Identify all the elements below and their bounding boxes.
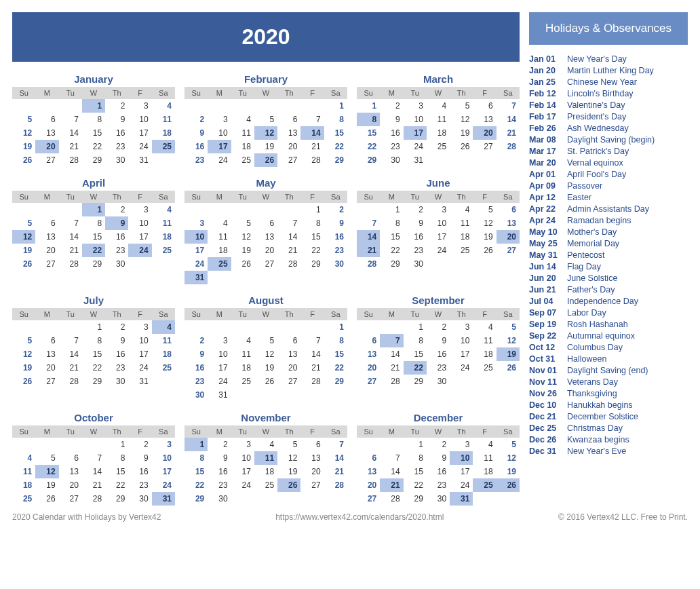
day-cell: 4 — [231, 334, 254, 347]
day-cell: 24 — [152, 478, 175, 492]
holiday-date: Nov 01 — [529, 366, 562, 375]
day-cell: 26 — [231, 257, 254, 271]
holiday-row: Jun 21Father's Day — [529, 284, 688, 295]
day-cell: 14 — [324, 451, 347, 465]
day-cell: 24 — [450, 478, 473, 492]
day-cell — [450, 153, 473, 167]
day-cell — [357, 320, 380, 334]
day-cell: 31 — [404, 153, 427, 167]
day-cell: 6 — [59, 451, 82, 465]
dow-cell: F — [128, 308, 151, 320]
dow-cell: Th — [450, 87, 473, 99]
day-cell: 11 — [254, 451, 277, 465]
day-cell: 1 — [184, 438, 208, 451]
days-grid: 1234567891011121314151617181920212223242… — [184, 99, 347, 167]
day-cell: 2 — [105, 99, 128, 113]
day-cell: 10 — [404, 113, 427, 126]
day-cell: 1 — [324, 320, 347, 334]
holiday-row: Dec 21December Solstice — [529, 411, 688, 422]
day-cell: 9 — [427, 334, 450, 347]
days-grid: 1234567891011121314151617181920212223242… — [12, 203, 175, 271]
day-cell — [254, 203, 277, 216]
day-cell: 19 — [12, 361, 35, 375]
day-cell: 8 — [404, 334, 427, 347]
dow-cell: W — [427, 191, 450, 203]
holiday-name: Easter — [567, 193, 591, 202]
day-cell: 22 — [82, 244, 105, 257]
day-cell — [427, 257, 450, 271]
day-cell — [35, 99, 58, 113]
day-cell: 12 — [497, 451, 520, 465]
day-cell: 28 — [357, 257, 380, 271]
day-cell: 16 — [404, 230, 427, 244]
day-cell: 2 — [184, 113, 208, 126]
day-cell: 30 — [324, 257, 347, 271]
day-cell: 29 — [184, 492, 208, 506]
day-cell: 22 — [324, 140, 347, 153]
day-cell: 28 — [497, 140, 520, 153]
holiday-row: May 25Memorial Day — [529, 238, 688, 249]
day-cell: 25 — [231, 153, 254, 167]
day-cell: 17 — [128, 230, 151, 244]
holiday-row: Jul 04Independence Day — [529, 295, 688, 307]
month-name: May — [184, 174, 347, 191]
day-cell: 20 — [300, 465, 324, 478]
dow-cell: W — [254, 87, 277, 99]
day-cell: 17 — [427, 230, 450, 244]
dow-cell: M — [208, 308, 231, 320]
dow-cell: M — [380, 425, 403, 438]
month-october: OctoberSuMTuWThFSa1234567891011121314151… — [12, 408, 175, 506]
holiday-row: Nov 01Daylight Saving (end) — [529, 364, 688, 376]
dow-cell: F — [473, 425, 496, 438]
day-cell: 6 — [357, 334, 380, 347]
day-cell: 7 — [59, 216, 82, 230]
day-cell: 15 — [357, 126, 380, 140]
day-cell — [450, 257, 473, 271]
day-cell: 26 — [497, 478, 520, 492]
dow-cell: Th — [450, 425, 473, 438]
day-cell: 7 — [277, 216, 300, 230]
day-cell: 25 — [152, 361, 175, 375]
days-grid: 1234567891011121314151617181920212223242… — [12, 99, 175, 167]
day-cell: 27 — [473, 140, 496, 153]
day-cell: 22 — [380, 244, 403, 257]
holiday-name: Hanukkah begins — [567, 400, 633, 410]
holiday-date: Jan 25 — [529, 77, 562, 87]
day-cell — [12, 99, 35, 113]
day-cell — [277, 320, 300, 334]
dow-cell: F — [128, 425, 151, 438]
day-cell: 14 — [82, 465, 105, 478]
dow-cell: Tu — [404, 425, 427, 438]
dow-cell: M — [380, 87, 403, 99]
day-cell: 22 — [324, 361, 347, 375]
day-cell: 21 — [59, 140, 82, 153]
day-cell: 16 — [105, 347, 128, 361]
day-cell: 26 — [277, 478, 300, 492]
day-cell: 10 — [128, 216, 151, 230]
day-cell — [427, 153, 450, 167]
month-name: June — [357, 174, 520, 191]
day-cell: 21 — [380, 361, 403, 375]
day-cell: 16 — [128, 465, 151, 478]
day-cell: 13 — [357, 465, 380, 478]
day-cell: 29 — [324, 153, 347, 167]
day-cell: 29 — [82, 257, 105, 271]
holidays-header: Holidays & Observances — [529, 12, 688, 45]
day-cell: 28 — [59, 153, 82, 167]
day-cell: 21 — [324, 465, 347, 478]
holiday-date: Jun 20 — [529, 273, 562, 283]
holiday-name: New Year's Day — [567, 54, 627, 64]
day-cell: 20 — [277, 361, 300, 375]
holiday-row: Jan 25Chinese New Year — [529, 76, 688, 88]
day-cell: 24 — [128, 244, 151, 257]
day-cell: 7 — [357, 216, 380, 230]
day-cell: 4 — [208, 216, 231, 230]
day-cell: 2 — [128, 438, 151, 451]
day-cell: 1 — [404, 320, 427, 334]
day-cell: 6 — [277, 113, 300, 126]
day-cell: 22 — [404, 361, 427, 375]
day-cell: 3 — [231, 438, 254, 451]
day-cell: 23 — [128, 478, 151, 492]
day-cell: 18 — [450, 230, 473, 244]
day-cell — [231, 320, 254, 334]
